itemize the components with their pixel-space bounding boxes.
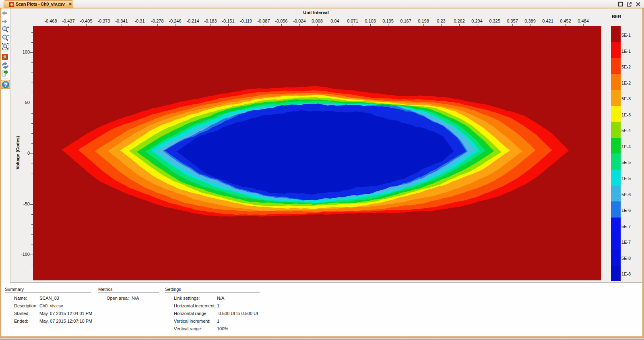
svg-text:?: ? xyxy=(4,82,7,88)
